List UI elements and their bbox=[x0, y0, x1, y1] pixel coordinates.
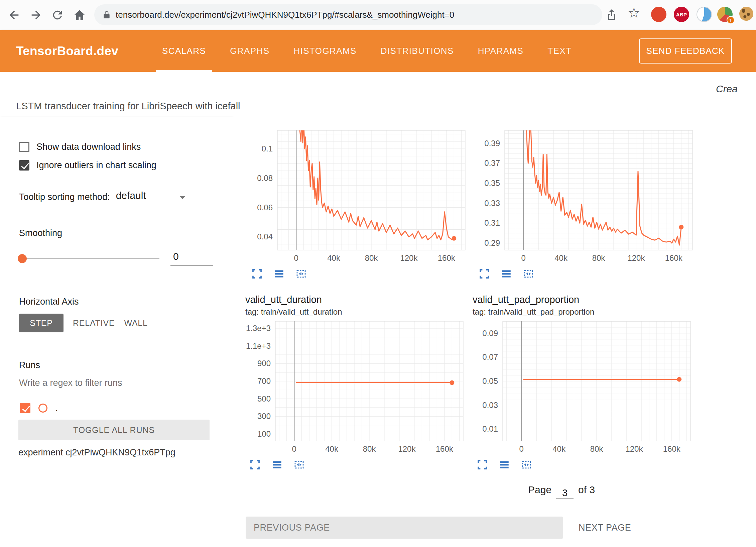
url-text[interactable]: tensorboard.dev/experiment/cj2vtPiwQHKN9… bbox=[116, 10, 454, 20]
address-bar[interactable]: tensorboard.dev/experiment/cj2vtPiwQHKN9… bbox=[94, 4, 602, 25]
run-name: . bbox=[55, 403, 58, 413]
pagination: Page of 3 bbox=[528, 484, 595, 499]
chart-card-valid-prop: 040k80k120k160k0.290.310.330.350.370.39 bbox=[475, 128, 695, 280]
extension-adblock-icon[interactable] bbox=[651, 7, 666, 22]
profile-avatar[interactable]: 1 bbox=[717, 7, 733, 22]
back-icon[interactable] bbox=[7, 8, 21, 22]
svg-text:0.29: 0.29 bbox=[484, 238, 500, 247]
svg-text:0.04: 0.04 bbox=[257, 232, 273, 241]
scalar-chart[interactable]: 040k80k120k160k0.010.030.050.070.09 bbox=[473, 319, 693, 458]
expand-chart-button[interactable] bbox=[479, 268, 490, 280]
chevron-down-icon bbox=[179, 196, 185, 199]
tab-hparams[interactable]: HPARAMS bbox=[466, 30, 535, 72]
horizontal-axis-row: Horizontal Axis bbox=[19, 297, 79, 307]
run-color-swatch[interactable] bbox=[38, 404, 47, 413]
svg-text:0.06: 0.06 bbox=[257, 203, 273, 212]
scalar-chart[interactable]: 040k80k120k160k1003005007009001.1e+31.3e… bbox=[245, 319, 466, 458]
settings-sidebar: Show data download links Ignore outliers… bbox=[0, 117, 232, 547]
page-number-input[interactable] bbox=[556, 487, 574, 499]
svg-text:0.39: 0.39 bbox=[484, 139, 500, 148]
main-nav: SCALARS GRAPHS HISTOGRAMS DISTRIBUTIONS … bbox=[150, 30, 584, 72]
svg-text:40k: 40k bbox=[554, 253, 568, 262]
next-page-button[interactable]: NEXT PAGE bbox=[573, 517, 637, 539]
svg-text:80k: 80k bbox=[590, 444, 604, 453]
axis-relative-button[interactable]: RELATIVE bbox=[73, 314, 115, 332]
page-root: tensorboard.dev/experiment/cj2vtPiwQHKN9… bbox=[0, 0, 756, 547]
tab-graphs[interactable]: GRAPHS bbox=[218, 30, 281, 72]
smoothing-value[interactable]: 0 bbox=[170, 251, 213, 266]
scalar-chart[interactable]: 040k80k120k160k0.290.310.330.350.370.39 bbox=[475, 128, 695, 267]
expand-chart-button[interactable] bbox=[251, 268, 263, 280]
forward-icon[interactable] bbox=[29, 8, 43, 22]
svg-text:160k: 160k bbox=[663, 444, 681, 453]
tooltip-sorting-dropdown[interactable]: default bbox=[116, 190, 187, 204]
svg-text:0.01: 0.01 bbox=[482, 424, 498, 433]
brand-logo[interactable]: TensorBoard.dev bbox=[16, 44, 118, 58]
svg-text:0.03: 0.03 bbox=[482, 401, 498, 410]
axis-step-button[interactable]: STEP bbox=[19, 314, 64, 332]
chart-title: valid_utt_pad_proportion bbox=[473, 294, 693, 305]
previous-page-button[interactable]: PREVIOUS PAGE bbox=[246, 517, 563, 539]
extension-abp-icon[interactable]: ABP bbox=[674, 7, 689, 22]
svg-text:160k: 160k bbox=[436, 444, 454, 453]
run-table-button[interactable] bbox=[499, 459, 510, 470]
svg-text:0.1: 0.1 bbox=[262, 144, 273, 153]
svg-text:80k: 80k bbox=[363, 444, 376, 453]
scalar-chart[interactable]: 040k80k120k160k0.040.060.080.1 bbox=[247, 128, 468, 267]
chart-toolbar bbox=[475, 268, 695, 280]
axis-wall-button[interactable]: WALL bbox=[124, 314, 147, 332]
fit-domain-button[interactable] bbox=[523, 268, 534, 280]
svg-text:1.1e+3: 1.1e+3 bbox=[246, 341, 271, 350]
show-download-links-checkbox[interactable] bbox=[19, 142, 29, 152]
run-checkbox[interactable] bbox=[20, 403, 30, 413]
horizontal-axis-buttons: STEP RELATIVE WALL bbox=[19, 314, 148, 332]
smoothing-row: Smoothing bbox=[19, 228, 62, 238]
send-feedback-button[interactable]: SEND FEEDBACK bbox=[639, 38, 732, 64]
profile-badge: 1 bbox=[727, 16, 735, 24]
slider-track[interactable] bbox=[19, 258, 159, 259]
svg-text:900: 900 bbox=[257, 359, 271, 368]
divider bbox=[0, 138, 232, 138]
divider bbox=[0, 282, 232, 282]
tab-histograms[interactable]: HISTOGRAMS bbox=[281, 30, 368, 72]
reload-icon[interactable] bbox=[51, 8, 64, 22]
run-table-button[interactable] bbox=[273, 268, 285, 280]
run-table-button[interactable] bbox=[271, 459, 283, 470]
svg-text:0.07: 0.07 bbox=[482, 352, 498, 361]
divider bbox=[0, 348, 232, 348]
lock-icon bbox=[102, 10, 111, 20]
expand-chart-button[interactable] bbox=[477, 459, 488, 470]
page-of-label: of 3 bbox=[578, 484, 595, 496]
home-icon[interactable] bbox=[73, 8, 86, 22]
chart-tag: tag: train/valid_utt_pad_proportion bbox=[473, 307, 693, 317]
svg-text:500: 500 bbox=[257, 394, 271, 403]
smoothing-label: Smoothing bbox=[19, 228, 62, 238]
svg-text:0.37: 0.37 bbox=[484, 158, 500, 168]
bookmark-star-icon[interactable]: ☆ bbox=[628, 6, 640, 20]
svg-text:0.31: 0.31 bbox=[484, 218, 500, 227]
tab-distributions[interactable]: DISTRIBUTIONS bbox=[369, 30, 466, 72]
runs-header-row: Runs bbox=[19, 360, 40, 370]
ignore-outliers-label: Ignore outliers in chart scaling bbox=[36, 160, 156, 171]
fit-domain-button[interactable] bbox=[521, 459, 532, 470]
fit-domain-button[interactable] bbox=[295, 268, 307, 280]
slider-thumb[interactable] bbox=[18, 254, 27, 263]
runs-label: Runs bbox=[19, 360, 40, 370]
svg-text:120k: 120k bbox=[625, 444, 643, 453]
smoothing-slider[interactable] bbox=[19, 253, 159, 263]
share-icon[interactable] bbox=[606, 8, 618, 21]
clipped-right-text: Crea bbox=[716, 83, 738, 95]
extension-cookie-icon[interactable] bbox=[739, 7, 753, 21]
run-table-button[interactable] bbox=[501, 268, 512, 280]
expand-chart-button[interactable] bbox=[249, 459, 261, 470]
tab-text[interactable]: TEXT bbox=[535, 30, 584, 72]
subheader: Crea LSTM transducer training for LibriS… bbox=[0, 72, 756, 117]
fit-domain-button[interactable] bbox=[293, 459, 305, 470]
runs-filter-input[interactable] bbox=[19, 378, 212, 393]
toggle-all-runs-button[interactable]: TOGGLE ALL RUNS bbox=[18, 420, 210, 440]
extension-pie-icon[interactable] bbox=[697, 7, 712, 22]
svg-text:0.09: 0.09 bbox=[482, 329, 498, 338]
ignore-outliers-checkbox[interactable] bbox=[19, 160, 29, 171]
tab-scalars[interactable]: SCALARS bbox=[150, 30, 218, 72]
chart-toolbar bbox=[473, 459, 693, 470]
